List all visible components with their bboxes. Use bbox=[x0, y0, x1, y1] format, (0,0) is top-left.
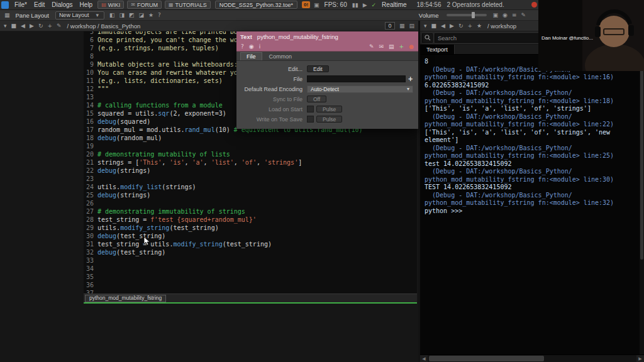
add-operator-icon[interactable]: + bbox=[465, 23, 474, 29]
toggle-checkbox[interactable] bbox=[307, 116, 314, 123]
edit-icon[interactable]: ✎ bbox=[55, 23, 64, 29]
dialog-info-icon[interactable]: i bbox=[259, 43, 261, 50]
copy-icon[interactable]: ▤ bbox=[389, 43, 394, 50]
breadcrumb[interactable]: / workshop bbox=[484, 23, 519, 30]
volume-slider[interactable] bbox=[447, 14, 487, 16]
language-icon[interactable]: ◉ bbox=[249, 43, 254, 50]
forward-arrow-icon[interactable]: ▶ bbox=[448, 23, 456, 29]
webcam-overlay: Dan Molnar @functio... bbox=[538, 0, 644, 71]
console-line: ['This', 'is', 'a', 'list', 'of', 'strin… bbox=[425, 129, 641, 137]
line-number: 34 bbox=[84, 265, 94, 273]
realtime-label[interactable]: Realtime bbox=[379, 1, 409, 8]
tab-textport[interactable]: Textport bbox=[420, 45, 455, 54]
pane-menu-icon[interactable]: ▾ bbox=[422, 23, 429, 29]
line-number: 29 bbox=[84, 224, 94, 232]
add-operator-icon[interactable]: + bbox=[45, 23, 54, 29]
pulse-button[interactable]: Pulse bbox=[316, 106, 342, 112]
encoding-dropdown[interactable]: Auto-Detect▾ bbox=[307, 85, 413, 93]
dialog-tabs: File Common bbox=[236, 52, 418, 61]
pane-layout-icon[interactable]: ▦ bbox=[3, 12, 12, 18]
scroll-right-icon[interactable]: ▶ bbox=[636, 356, 644, 361]
line-number: 13 bbox=[84, 93, 94, 101]
menu-edit[interactable]: Edit bbox=[31, 1, 48, 8]
list-icon[interactable]: ≡ bbox=[510, 12, 519, 18]
dialog-help-icon[interactable]: ? bbox=[241, 43, 244, 50]
code-line: 23 bbox=[84, 175, 417, 183]
comment-icon[interactable]: ✉ bbox=[379, 43, 384, 50]
console-line: (Debug - DAT:/workshop/Basics_Python/ bbox=[425, 192, 641, 200]
expression-icon[interactable]: ✎ bbox=[369, 43, 374, 50]
search-icon[interactable] bbox=[422, 33, 433, 43]
breadcrumb[interactable]: / workshop / Basics_Python bbox=[64, 23, 144, 30]
forum-button[interactable]: ✉ FORUM bbox=[127, 1, 162, 9]
file-picker-button[interactable]: + bbox=[408, 75, 413, 82]
edit-button[interactable]: Edit bbox=[307, 65, 329, 72]
refresh-icon[interactable]: ↻ bbox=[457, 23, 465, 29]
line-number: 7 bbox=[84, 44, 94, 52]
volume-slider-thumb[interactable] bbox=[472, 12, 475, 18]
pane-menu-icon[interactable]: ▾ bbox=[2, 23, 9, 29]
monitor-icon[interactable]: ▣ bbox=[491, 12, 501, 18]
vertical-scrollbar[interactable] bbox=[640, 55, 644, 354]
tab-common[interactable]: Common bbox=[264, 53, 298, 60]
favorite-icon[interactable]: ★ bbox=[147, 12, 155, 18]
line-number: 10 bbox=[84, 69, 94, 77]
toggle-button[interactable]: Off bbox=[307, 96, 326, 102]
editor-tab[interactable]: python_mod_mutability_fstring bbox=[85, 295, 166, 302]
split-top-icon[interactable]: ◩ bbox=[127, 12, 136, 18]
bookmark-icon[interactable]: ★ bbox=[475, 23, 484, 29]
textport-output[interactable]: 8 (Debug - DAT:/workshop/Basics_Python/p… bbox=[420, 55, 644, 354]
file-input[interactable] bbox=[307, 75, 406, 82]
back-arrow-icon[interactable]: ◀ bbox=[439, 23, 447, 29]
toggle-checkbox[interactable] bbox=[307, 106, 314, 112]
camera-icon[interactable]: ◉ bbox=[501, 12, 509, 18]
param-control: Edit bbox=[307, 65, 413, 72]
menu-help[interactable]: Help bbox=[77, 1, 96, 8]
clock: 18:54:56 bbox=[411, 1, 447, 8]
split-right-icon[interactable]: ◨ bbox=[117, 12, 126, 18]
back-arrow-icon[interactable]: ◀ bbox=[19, 23, 27, 29]
annotate-icon[interactable]: ✎ bbox=[519, 12, 528, 18]
pulse-button[interactable]: Pulse bbox=[316, 116, 342, 123]
pane-maximize-icon[interactable]: ■ bbox=[9, 23, 19, 29]
page-toggle-icon[interactable]: ▤ bbox=[407, 23, 416, 29]
scrollbar-thumb[interactable] bbox=[429, 356, 544, 361]
dialog-titlebar[interactable]: Text python_mod_mutability_fstring bbox=[236, 31, 418, 41]
scroll-left-icon[interactable]: ◀ bbox=[420, 356, 428, 361]
error-badge[interactable]: 0! bbox=[302, 1, 310, 8]
tutorials-button[interactable]: ▦ TUTORIALS bbox=[165, 1, 211, 9]
split-left-icon[interactable]: ◧ bbox=[108, 12, 117, 18]
line-number: 36 bbox=[84, 281, 94, 289]
help-icon[interactable]: ? bbox=[156, 12, 163, 18]
param-control: Pulse bbox=[307, 106, 413, 112]
state-dot-icon[interactable]: ● bbox=[409, 43, 414, 50]
tab-file[interactable]: File bbox=[240, 52, 262, 60]
vertical-scrollbar-thumb[interactable] bbox=[640, 56, 643, 260]
fps-label: FPS: 60 bbox=[322, 1, 350, 8]
menu-file[interactable]: File* bbox=[11, 1, 30, 8]
status-message: 2 Operators deleted. bbox=[447, 1, 504, 8]
menu-dialogs[interactable]: Dialogs bbox=[48, 1, 75, 8]
refresh-icon[interactable]: ↻ bbox=[36, 23, 45, 29]
layout-select[interactable]: New Layout ▾ bbox=[55, 11, 104, 19]
pause-icon[interactable]: ▮▮ bbox=[350, 2, 360, 8]
horizontal-scrollbar[interactable]: ◀ ▶ bbox=[420, 354, 644, 362]
performance-icon[interactable]: ▣ bbox=[312, 2, 321, 8]
project-file-name[interactable]: NODE_SS25_Python.32.toe* bbox=[215, 1, 297, 9]
add-parameter-icon[interactable]: + bbox=[399, 43, 404, 50]
app-logo-icon[interactable] bbox=[1, 1, 9, 9]
counter-field[interactable]: 0 bbox=[385, 22, 395, 30]
split-quad-icon[interactable]: ◪ bbox=[136, 12, 146, 18]
wiki-label: WIKI bbox=[108, 2, 121, 8]
line-number: 22 bbox=[84, 167, 94, 175]
param-row: Write on Toe SavePulse bbox=[239, 114, 413, 124]
scrollbar-track[interactable] bbox=[428, 355, 636, 362]
play-icon[interactable]: ▶ bbox=[361, 2, 369, 8]
grid-toggle-icon[interactable]: ▦ bbox=[397, 23, 407, 29]
forward-arrow-icon[interactable]: ▶ bbox=[28, 23, 36, 29]
code-line: 35 bbox=[84, 273, 417, 281]
wiki-button[interactable]: ▤ WIKI bbox=[97, 1, 124, 9]
realtime-check-icon[interactable]: ✓ bbox=[370, 2, 379, 8]
pane-maximize-icon[interactable]: ■ bbox=[430, 23, 439, 29]
line-number: 26 bbox=[84, 199, 94, 207]
